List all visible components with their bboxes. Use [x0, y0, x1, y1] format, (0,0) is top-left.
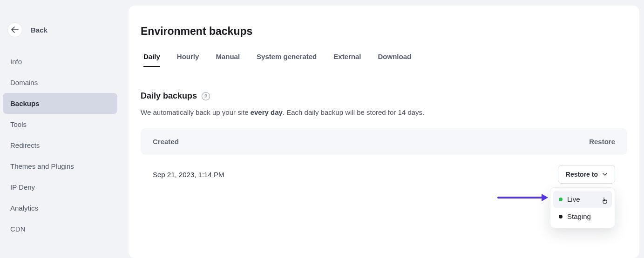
section-description: We automatically back up your site every… [141, 108, 627, 116]
tab-manual[interactable]: Manual [216, 53, 240, 67]
sidebar-item-tools[interactable]: Tools [3, 114, 117, 135]
restore-to-button[interactable]: Restore to [558, 165, 615, 184]
back-label: Back [31, 26, 47, 34]
back-button[interactable]: Back [3, 22, 117, 51]
dropdown-item-staging[interactable]: Staging [553, 208, 612, 225]
tab-hourly[interactable]: Hourly [177, 53, 199, 67]
backup-created-date: Sep 21, 2023, 1:14 PM [153, 171, 224, 179]
dropdown-item-live[interactable]: Live [553, 191, 612, 208]
tabs: Daily Hourly Manual System generated Ext… [141, 53, 627, 67]
sidebar-item-cdn[interactable]: CDN [3, 218, 117, 239]
status-dot-icon [559, 215, 563, 218]
restore-dropdown: Live Staging [550, 187, 615, 228]
back-arrow-icon [7, 22, 22, 37]
table-header-created: Created [153, 138, 179, 146]
annotation-arrow [497, 194, 548, 201]
sidebar: Back Info Domains Backups Tools Redirect… [0, 0, 120, 258]
table-row: Sep 21, 2023, 1:14 PM Restore to Live [141, 155, 627, 184]
tab-daily[interactable]: Daily [143, 53, 160, 67]
tab-system-generated[interactable]: System generated [257, 53, 317, 67]
sidebar-item-backups[interactable]: Backups [3, 93, 117, 114]
sidebar-item-ip-deny[interactable]: IP Deny [3, 177, 117, 198]
dropdown-item-label: Live [567, 195, 580, 203]
cursor-pointer-icon [602, 197, 608, 205]
backups-table: Created Restore Sep 21, 2023, 1:14 PM Re… [141, 128, 627, 184]
main-panel: Environment backups Daily Hourly Manual … [129, 6, 639, 258]
dropdown-item-label: Staging [567, 212, 591, 220]
restore-to-label: Restore to [566, 171, 598, 178]
sidebar-nav: Info Domains Backups Tools Redirects The… [3, 51, 117, 239]
page-title: Environment backups [141, 25, 627, 38]
chevron-down-icon [603, 173, 607, 176]
section-heading-text: Daily backups [141, 91, 197, 101]
tab-external[interactable]: External [333, 53, 361, 67]
sidebar-item-analytics[interactable]: Analytics [3, 198, 117, 218]
table-header-row: Created Restore [141, 128, 627, 155]
tab-download[interactable]: Download [378, 53, 412, 67]
section-heading: Daily backups ? [141, 91, 627, 101]
sidebar-item-themes-plugins[interactable]: Themes and Plugins [3, 156, 117, 177]
sidebar-item-domains[interactable]: Domains [3, 72, 117, 93]
sidebar-item-info[interactable]: Info [3, 51, 117, 72]
help-icon[interactable]: ? [202, 92, 210, 100]
sidebar-item-redirects[interactable]: Redirects [3, 135, 117, 156]
status-dot-icon [559, 198, 563, 201]
table-header-restore: Restore [589, 138, 615, 146]
